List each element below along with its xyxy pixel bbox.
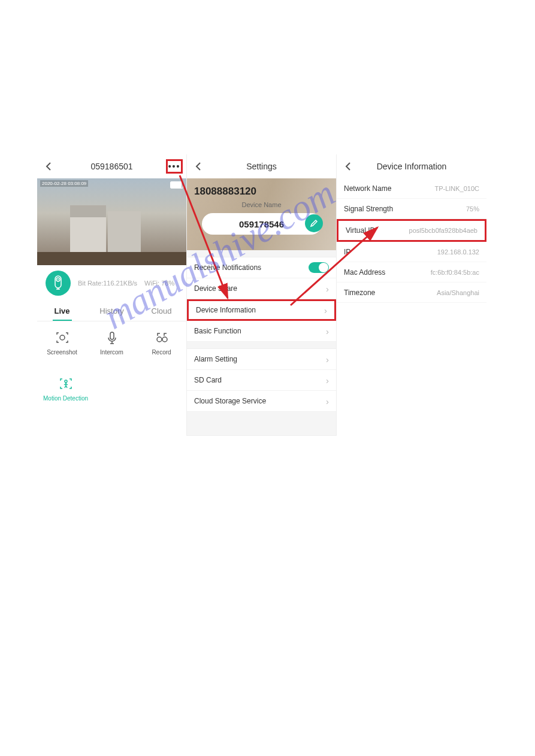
chevron-right-icon: ›	[326, 354, 329, 365]
section-gap	[187, 250, 336, 257]
controls: Screenshot Intercom Record	[37, 321, 186, 364]
intercom-button[interactable]: Intercom	[87, 330, 137, 356]
building-shape	[108, 211, 141, 253]
record-button[interactable]: Record	[137, 330, 186, 356]
row-signal-strength: Signal Strength 75%	[337, 199, 486, 219]
chevron-right-icon: ›	[326, 326, 329, 336]
battery-icon	[170, 181, 183, 189]
info-key: IP	[344, 248, 350, 256]
motion-label: Motion Detection	[43, 395, 88, 402]
intercom-label: Intercom	[100, 349, 123, 356]
info-value: 192.168.0.132	[437, 248, 479, 256]
svg-point-7	[65, 380, 67, 382]
back-icon[interactable]	[343, 161, 353, 172]
row-virtual-id: Virtual ID posl5bcb0fa928bb4aeb	[337, 219, 486, 242]
header: Settings	[187, 154, 336, 178]
device-name-label: Device Name	[194, 201, 329, 208]
info-value: fc:6b:f0:84:5b:ac	[431, 269, 479, 276]
screen-live: 059186501 ••• 2020-02-28 03:08:09 Bit Ra…	[37, 154, 187, 436]
info-key: Virtual ID	[346, 226, 375, 235]
more-menu-button[interactable]: •••	[166, 159, 183, 174]
page-title: 059186501	[37, 162, 186, 171]
chevron-right-icon: ›	[324, 305, 327, 315]
row-device-share[interactable]: Device Share ›	[187, 278, 336, 299]
camera-icon[interactable]	[46, 271, 71, 296]
page-title: Settings	[187, 162, 336, 171]
chevron-right-icon: ›	[326, 396, 329, 406]
back-icon[interactable]	[43, 161, 54, 172]
row-sd-card[interactable]: SD Card ›	[187, 370, 336, 391]
wifi-label: WiFi: 78%	[144, 280, 174, 287]
row-timezone: Timezone Asia/Shanghai	[337, 283, 486, 303]
svg-point-5	[157, 337, 162, 342]
row-basic-function[interactable]: Basic Function ›	[187, 321, 336, 342]
more-icon: •••	[168, 162, 181, 171]
back-icon[interactable]	[193, 161, 204, 172]
svg-point-2	[58, 279, 59, 280]
row-label: Receive Notifications	[194, 263, 261, 272]
row-label: Basic Function	[194, 327, 241, 335]
screenshot-button[interactable]: Screenshot	[37, 330, 87, 356]
svg-point-3	[60, 335, 65, 340]
info-key: Signal Strength	[344, 205, 393, 213]
row-label: Cloud Storage Service	[194, 397, 266, 405]
row-notifications[interactable]: Receive Notifications	[187, 257, 336, 278]
chevron-right-icon: ›	[326, 375, 329, 385]
tab-history[interactable]: History	[87, 301, 137, 321]
row-device-information[interactable]: Device Information ›	[187, 299, 336, 321]
header: 059186501 •••	[37, 154, 186, 178]
svg-rect-4	[110, 332, 114, 339]
device-name-value: 059178546	[239, 219, 284, 229]
edit-icon[interactable]	[305, 214, 323, 232]
info-key: Mac Address	[344, 268, 385, 277]
record-label: Record	[152, 349, 171, 356]
phone-number: 18088883120	[194, 186, 329, 198]
info-value: Asia/Shanghai	[437, 289, 479, 296]
row-alarm-setting[interactable]: Alarm Setting ›	[187, 349, 336, 370]
device-name-field[interactable]: 059178546	[202, 213, 322, 235]
chevron-right-icon: ›	[326, 284, 329, 294]
section-gap	[187, 342, 336, 349]
bitrate-label: Bit Rate:116.21KB/s	[78, 280, 137, 287]
tab-cloud[interactable]: Cloud	[137, 301, 186, 321]
tab-live[interactable]: Live	[37, 301, 87, 321]
row-cloud-storage[interactable]: Cloud Storage Service ›	[187, 391, 336, 412]
ledge-shape	[37, 252, 186, 265]
info-key: Timezone	[344, 289, 375, 297]
row-label: Device Information	[196, 306, 256, 314]
screen-settings: Settings 18088883120 Device Name 0591785…	[187, 154, 337, 436]
row-ip: IP 192.168.0.132	[337, 242, 486, 262]
video-timestamp: 2020-02-28 03:08:09	[40, 180, 88, 187]
row-mac-address: Mac Address fc:6b:f0:84:5b:ac	[337, 262, 486, 283]
row-label: Device Share	[194, 284, 237, 293]
motion-detection-button[interactable]: Motion Detection	[43, 376, 88, 402]
screenshot-label: Screenshot	[47, 349, 77, 356]
header: Device Information	[337, 154, 486, 178]
svg-point-6	[162, 337, 167, 342]
info-key: Network Name	[344, 184, 391, 193]
info-value: TP-LINK_010C	[434, 185, 479, 192]
tabs: Live History Cloud	[37, 301, 186, 321]
info-value: 75%	[466, 205, 479, 212]
row-label: Alarm Setting	[194, 355, 237, 363]
toggle-on-icon[interactable]	[309, 262, 329, 273]
video-preview[interactable]: 2020-02-28 03:08:09	[37, 178, 186, 265]
section-gap	[187, 412, 336, 436]
building-shape	[70, 205, 106, 253]
screen-device-info: Device Information Network Name TP-LINK_…	[337, 154, 486, 436]
page-title: Device Information	[337, 162, 486, 171]
info-value: posl5bcb0fa928bb4aeb	[409, 227, 477, 234]
row-label: SD Card	[194, 376, 222, 384]
row-network-name: Network Name TP-LINK_010C	[337, 178, 486, 199]
device-banner: 18088883120 Device Name 059178546	[187, 178, 336, 250]
status-row: Bit Rate:116.21KB/s WiFi: 78%	[37, 265, 186, 301]
